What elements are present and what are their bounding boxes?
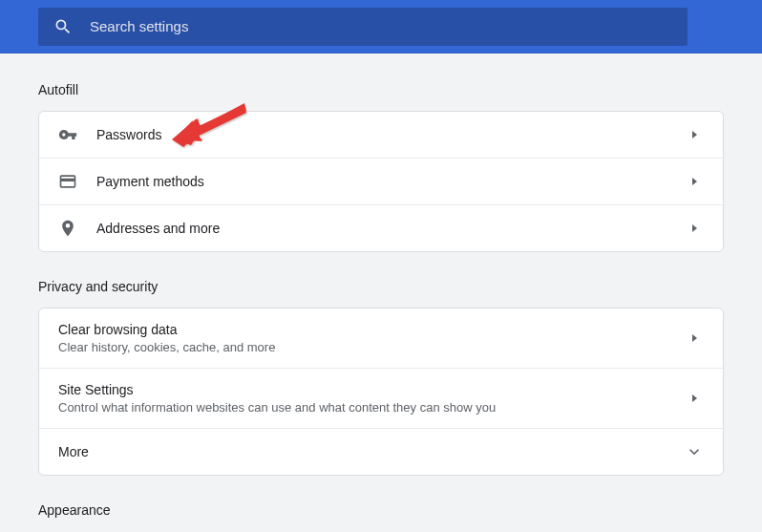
site-settings-row[interactable]: Site Settings Control what information w… [39,369,723,429]
autofill-card: Passwords Payment methods Addresses and … [38,111,724,252]
location-icon [58,219,77,238]
payment-label: Payment methods [96,174,685,189]
settings-content: Autofill Passwords Payment methods Addre… [0,53,762,518]
clear-browsing-data-row[interactable]: Clear browsing data Clear history, cooki… [39,309,723,369]
search-placeholder-text: Search settings [90,18,188,34]
passwords-row[interactable]: Passwords [39,112,723,159]
credit-card-icon [58,172,77,191]
site-settings-sub: Control what information websites can us… [58,400,685,415]
addresses-label: Addresses and more [96,221,685,236]
more-row[interactable]: More [39,429,723,475]
chevron-right-icon [685,219,704,238]
privacy-card: Clear browsing data Clear history, cooki… [38,308,724,476]
section-title-privacy: Privacy and security [38,279,724,294]
section-title-appearance: Appearance [38,502,724,518]
site-settings-label: Site Settings [58,382,685,397]
chevron-right-icon [685,389,704,408]
payment-methods-row[interactable]: Payment methods [39,159,723,205]
search-settings-input[interactable]: Search settings [38,8,688,46]
section-title-autofill: Autofill [38,82,724,97]
passwords-label: Passwords [96,127,685,142]
more-label: More [58,444,685,459]
chevron-right-icon [685,172,704,191]
key-icon [58,125,77,144]
settings-header: Search settings [0,0,762,53]
search-icon [53,17,73,36]
chevron-right-icon [685,125,704,144]
chevron-right-icon [685,329,704,348]
clear-data-sub: Clear history, cookies, cache, and more [58,340,685,354]
chevron-down-icon [685,442,704,461]
addresses-row[interactable]: Addresses and more [39,205,723,251]
clear-data-label: Clear browsing data [58,322,685,337]
